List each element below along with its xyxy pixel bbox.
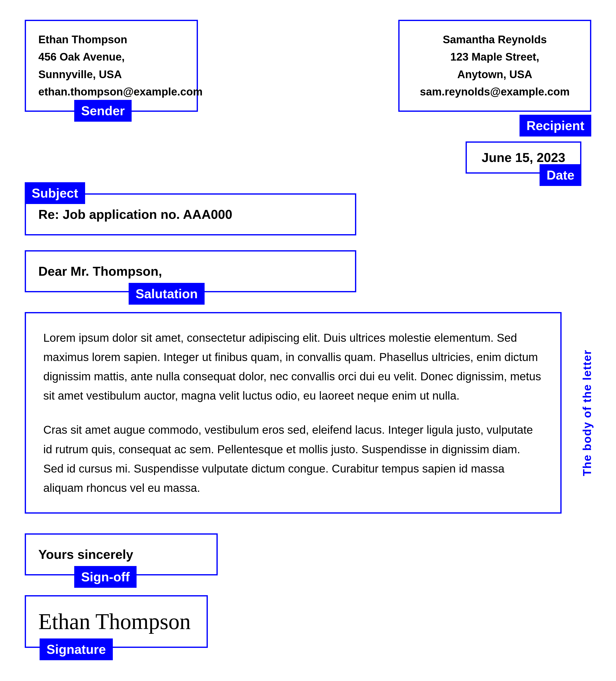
recipient-address2: Anytown, USA — [412, 66, 578, 83]
recipient-email: sam.reynolds@example.com — [412, 83, 578, 100]
sender-address2: Sunnyville, USA — [38, 66, 184, 83]
subject-label: Subject — [25, 182, 85, 204]
salutation-section: Dear Mr. Thompson, Salutation — [25, 250, 591, 292]
sender-name: Ethan Thompson — [38, 31, 184, 48]
signature-section: Ethan Thompson Signature — [25, 595, 591, 648]
date-value: June 15, 2023 — [482, 150, 565, 165]
sender-box: Ethan Thompson 456 Oak Avenue, Sunnyvill… — [25, 20, 198, 112]
sender-label: Sender — [74, 100, 131, 122]
signoff-section: Yours sincerely Sign-off — [25, 533, 591, 575]
sender-email: ethan.thompson@example.com — [38, 83, 184, 100]
salutation-label: Salutation — [129, 283, 204, 305]
body-paragraph1: Lorem ipsum dolor sit amet, consectetur … — [43, 328, 543, 406]
recipient-name: Samantha Reynolds — [412, 31, 578, 48]
date-label: Date — [540, 164, 582, 186]
recipient-label: Recipient — [519, 115, 591, 136]
signature-label: Signature — [40, 638, 113, 660]
subject-section: Subject Re: Job application no. AAA000 — [25, 193, 591, 235]
signoff-label: Sign-off — [74, 566, 137, 588]
signoff-value: Yours sincerely — [38, 547, 133, 561]
signature-text: Ethan Thompson — [38, 609, 194, 634]
salutation-value: Dear Mr. Thompson, — [38, 264, 162, 278]
body-box: Lorem ipsum dolor sit amet, consectetur … — [25, 312, 562, 514]
top-row: Ethan Thompson 456 Oak Avenue, Sunnyvill… — [25, 20, 591, 112]
body-section: Lorem ipsum dolor sit amet, consectetur … — [25, 312, 591, 514]
recipient-block: Samantha Reynolds 123 Maple Street, Anyt… — [398, 20, 591, 112]
body-side-label: The body of the letter — [581, 312, 594, 514]
subject-value: Re: Job application no. AAA000 — [38, 207, 232, 222]
sender-block: Ethan Thompson 456 Oak Avenue, Sunnyvill… — [25, 20, 198, 112]
body-paragraph2: Cras sit amet augue commodo, vestibulum … — [43, 420, 543, 498]
recipient-address1: 123 Maple Street, — [412, 48, 578, 66]
date-block: June 15, 2023 Date — [466, 142, 582, 174]
sender-address1: 456 Oak Avenue, — [38, 48, 184, 66]
date-section: June 15, 2023 Date — [25, 142, 591, 174]
recipient-box: Samantha Reynolds 123 Maple Street, Anyt… — [398, 20, 591, 112]
